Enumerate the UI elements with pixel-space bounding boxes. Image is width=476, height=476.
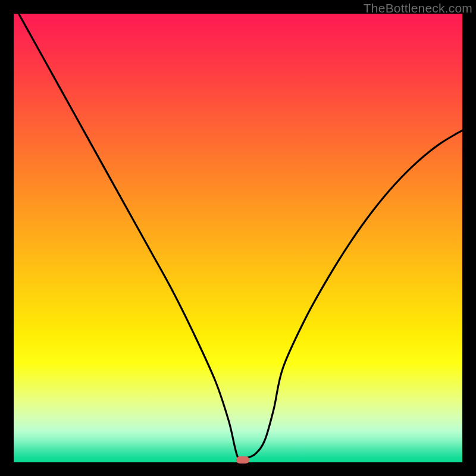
bottleneck-curve [14,14,462,462]
chart-container: TheBottleneck.com [0,0,476,476]
plot-area [14,14,462,462]
watermark-text: TheBottleneck.com [364,1,472,15]
minimum-marker [236,456,249,464]
